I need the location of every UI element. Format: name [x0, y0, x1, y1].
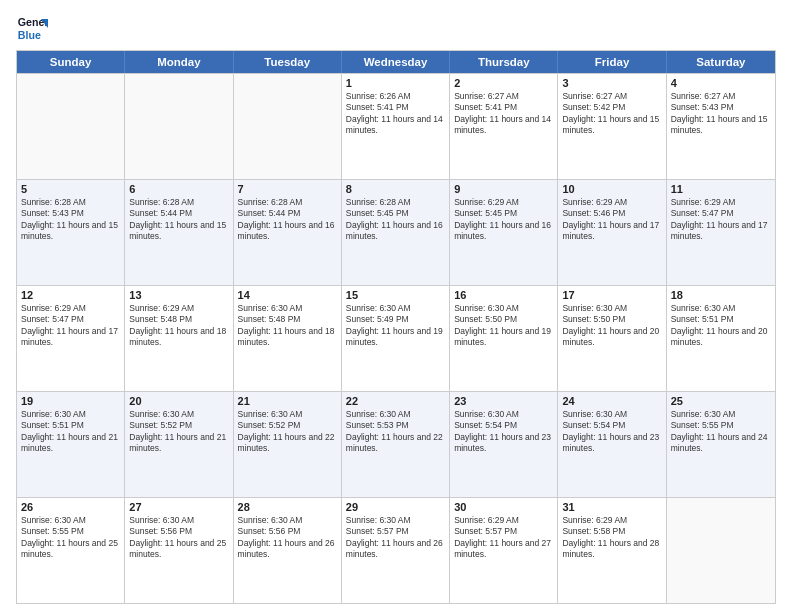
- calendar-cell: 2Sunrise: 6:27 AM Sunset: 5:41 PM Daylig…: [450, 74, 558, 179]
- day-number: 15: [346, 289, 445, 301]
- cell-info: Sunrise: 6:30 AM Sunset: 5:56 PM Dayligh…: [129, 515, 228, 561]
- day-number: 24: [562, 395, 661, 407]
- day-number: 14: [238, 289, 337, 301]
- cell-info: Sunrise: 6:29 AM Sunset: 5:46 PM Dayligh…: [562, 197, 661, 243]
- day-number: 12: [21, 289, 120, 301]
- day-number: 29: [346, 501, 445, 513]
- calendar-cell: [125, 74, 233, 179]
- calendar-cell: 20Sunrise: 6:30 AM Sunset: 5:52 PM Dayli…: [125, 392, 233, 497]
- day-number: 26: [21, 501, 120, 513]
- calendar-cell: [234, 74, 342, 179]
- day-number: 30: [454, 501, 553, 513]
- calendar-cell: [667, 498, 775, 603]
- cell-info: Sunrise: 6:29 AM Sunset: 5:45 PM Dayligh…: [454, 197, 553, 243]
- cell-info: Sunrise: 6:30 AM Sunset: 5:49 PM Dayligh…: [346, 303, 445, 349]
- cell-info: Sunrise: 6:29 AM Sunset: 5:57 PM Dayligh…: [454, 515, 553, 561]
- calendar-cell: 22Sunrise: 6:30 AM Sunset: 5:53 PM Dayli…: [342, 392, 450, 497]
- cell-info: Sunrise: 6:30 AM Sunset: 5:50 PM Dayligh…: [454, 303, 553, 349]
- weekday-header: Monday: [125, 51, 233, 73]
- calendar-cell: 26Sunrise: 6:30 AM Sunset: 5:55 PM Dayli…: [17, 498, 125, 603]
- weekday-header: Thursday: [450, 51, 558, 73]
- calendar-cell: 6Sunrise: 6:28 AM Sunset: 5:44 PM Daylig…: [125, 180, 233, 285]
- day-number: 13: [129, 289, 228, 301]
- calendar-cell: 30Sunrise: 6:29 AM Sunset: 5:57 PM Dayli…: [450, 498, 558, 603]
- calendar-cell: 13Sunrise: 6:29 AM Sunset: 5:48 PM Dayli…: [125, 286, 233, 391]
- day-number: 2: [454, 77, 553, 89]
- calendar-body: 1Sunrise: 6:26 AM Sunset: 5:41 PM Daylig…: [17, 73, 775, 603]
- day-number: 23: [454, 395, 553, 407]
- cell-info: Sunrise: 6:30 AM Sunset: 5:51 PM Dayligh…: [671, 303, 771, 349]
- calendar-cell: 8Sunrise: 6:28 AM Sunset: 5:45 PM Daylig…: [342, 180, 450, 285]
- logo: General Blue: [16, 12, 48, 44]
- day-number: 3: [562, 77, 661, 89]
- day-number: 18: [671, 289, 771, 301]
- cell-info: Sunrise: 6:28 AM Sunset: 5:43 PM Dayligh…: [21, 197, 120, 243]
- calendar-cell: 15Sunrise: 6:30 AM Sunset: 5:49 PM Dayli…: [342, 286, 450, 391]
- calendar-cell: 25Sunrise: 6:30 AM Sunset: 5:55 PM Dayli…: [667, 392, 775, 497]
- day-number: 21: [238, 395, 337, 407]
- cell-info: Sunrise: 6:30 AM Sunset: 5:56 PM Dayligh…: [238, 515, 337, 561]
- calendar-row: 19Sunrise: 6:30 AM Sunset: 5:51 PM Dayli…: [17, 391, 775, 497]
- day-number: 7: [238, 183, 337, 195]
- cell-info: Sunrise: 6:28 AM Sunset: 5:44 PM Dayligh…: [129, 197, 228, 243]
- cell-info: Sunrise: 6:27 AM Sunset: 5:41 PM Dayligh…: [454, 91, 553, 137]
- day-number: 20: [129, 395, 228, 407]
- calendar-cell: 7Sunrise: 6:28 AM Sunset: 5:44 PM Daylig…: [234, 180, 342, 285]
- day-number: 11: [671, 183, 771, 195]
- calendar-cell: 3Sunrise: 6:27 AM Sunset: 5:42 PM Daylig…: [558, 74, 666, 179]
- cell-info: Sunrise: 6:30 AM Sunset: 5:50 PM Dayligh…: [562, 303, 661, 349]
- cell-info: Sunrise: 6:29 AM Sunset: 5:58 PM Dayligh…: [562, 515, 661, 561]
- calendar-cell: 16Sunrise: 6:30 AM Sunset: 5:50 PM Dayli…: [450, 286, 558, 391]
- header: General Blue: [16, 12, 776, 44]
- cell-info: Sunrise: 6:30 AM Sunset: 5:52 PM Dayligh…: [129, 409, 228, 455]
- cell-info: Sunrise: 6:30 AM Sunset: 5:55 PM Dayligh…: [21, 515, 120, 561]
- day-number: 1: [346, 77, 445, 89]
- weekday-header: Wednesday: [342, 51, 450, 73]
- calendar-row: 5Sunrise: 6:28 AM Sunset: 5:43 PM Daylig…: [17, 179, 775, 285]
- calendar-row: 1Sunrise: 6:26 AM Sunset: 5:41 PM Daylig…: [17, 73, 775, 179]
- day-number: 9: [454, 183, 553, 195]
- page: General Blue SundayMondayTuesdayWednesda…: [0, 0, 792, 612]
- cell-info: Sunrise: 6:29 AM Sunset: 5:48 PM Dayligh…: [129, 303, 228, 349]
- weekday-header: Sunday: [17, 51, 125, 73]
- weekday-header: Tuesday: [234, 51, 342, 73]
- calendar-cell: 4Sunrise: 6:27 AM Sunset: 5:43 PM Daylig…: [667, 74, 775, 179]
- cell-info: Sunrise: 6:30 AM Sunset: 5:54 PM Dayligh…: [454, 409, 553, 455]
- calendar-cell: 21Sunrise: 6:30 AM Sunset: 5:52 PM Dayli…: [234, 392, 342, 497]
- svg-text:Blue: Blue: [18, 29, 41, 41]
- calendar-cell: 9Sunrise: 6:29 AM Sunset: 5:45 PM Daylig…: [450, 180, 558, 285]
- day-number: 19: [21, 395, 120, 407]
- calendar-cell: 27Sunrise: 6:30 AM Sunset: 5:56 PM Dayli…: [125, 498, 233, 603]
- cell-info: Sunrise: 6:29 AM Sunset: 5:47 PM Dayligh…: [671, 197, 771, 243]
- calendar-cell: 23Sunrise: 6:30 AM Sunset: 5:54 PM Dayli…: [450, 392, 558, 497]
- calendar-header: SundayMondayTuesdayWednesdayThursdayFrid…: [17, 51, 775, 73]
- cell-info: Sunrise: 6:27 AM Sunset: 5:42 PM Dayligh…: [562, 91, 661, 137]
- cell-info: Sunrise: 6:30 AM Sunset: 5:57 PM Dayligh…: [346, 515, 445, 561]
- day-number: 16: [454, 289, 553, 301]
- cell-info: Sunrise: 6:26 AM Sunset: 5:41 PM Dayligh…: [346, 91, 445, 137]
- cell-info: Sunrise: 6:30 AM Sunset: 5:52 PM Dayligh…: [238, 409, 337, 455]
- calendar-cell: 14Sunrise: 6:30 AM Sunset: 5:48 PM Dayli…: [234, 286, 342, 391]
- weekday-header: Friday: [558, 51, 666, 73]
- calendar-cell: 1Sunrise: 6:26 AM Sunset: 5:41 PM Daylig…: [342, 74, 450, 179]
- calendar-row: 26Sunrise: 6:30 AM Sunset: 5:55 PM Dayli…: [17, 497, 775, 603]
- cell-info: Sunrise: 6:30 AM Sunset: 5:53 PM Dayligh…: [346, 409, 445, 455]
- calendar-cell: 31Sunrise: 6:29 AM Sunset: 5:58 PM Dayli…: [558, 498, 666, 603]
- day-number: 6: [129, 183, 228, 195]
- calendar-cell: 5Sunrise: 6:28 AM Sunset: 5:43 PM Daylig…: [17, 180, 125, 285]
- day-number: 25: [671, 395, 771, 407]
- calendar-cell: 18Sunrise: 6:30 AM Sunset: 5:51 PM Dayli…: [667, 286, 775, 391]
- cell-info: Sunrise: 6:29 AM Sunset: 5:47 PM Dayligh…: [21, 303, 120, 349]
- calendar-cell: 10Sunrise: 6:29 AM Sunset: 5:46 PM Dayli…: [558, 180, 666, 285]
- day-number: 22: [346, 395, 445, 407]
- cell-info: Sunrise: 6:30 AM Sunset: 5:51 PM Dayligh…: [21, 409, 120, 455]
- calendar-cell: 11Sunrise: 6:29 AM Sunset: 5:47 PM Dayli…: [667, 180, 775, 285]
- day-number: 10: [562, 183, 661, 195]
- calendar-cell: 12Sunrise: 6:29 AM Sunset: 5:47 PM Dayli…: [17, 286, 125, 391]
- day-number: 28: [238, 501, 337, 513]
- calendar-cell: 29Sunrise: 6:30 AM Sunset: 5:57 PM Dayli…: [342, 498, 450, 603]
- calendar: SundayMondayTuesdayWednesdayThursdayFrid…: [16, 50, 776, 604]
- calendar-row: 12Sunrise: 6:29 AM Sunset: 5:47 PM Dayli…: [17, 285, 775, 391]
- day-number: 4: [671, 77, 771, 89]
- weekday-header: Saturday: [667, 51, 775, 73]
